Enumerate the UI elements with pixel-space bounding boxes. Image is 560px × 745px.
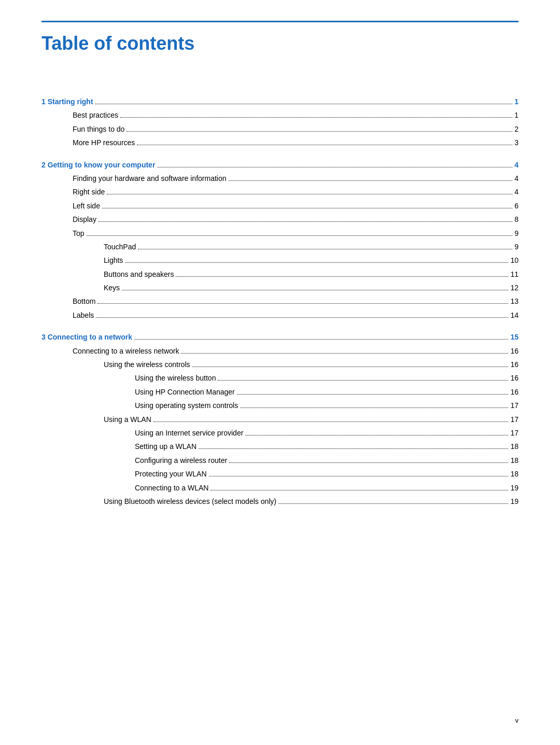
- toc-page-ch2-4: 8: [514, 214, 519, 225]
- toc-page-ch2-1: 4: [514, 173, 519, 184]
- toc-entry-ch2-1[interactable]: Finding your hardware and software infor…: [41, 173, 519, 184]
- toc-dots-ch3-1: [181, 353, 508, 354]
- toc-text-ch2-1: Finding your hardware and software infor…: [73, 173, 227, 184]
- toc-page-ch3-1-2-1: 17: [510, 427, 519, 439]
- toc-page-ch3-1-2-3: 18: [510, 455, 519, 466]
- toc-entry-ch1-1[interactable]: Best practices1: [41, 109, 519, 121]
- toc-page-ch3-1-2-4: 18: [510, 468, 519, 480]
- toc-text-ch2-2: Right side: [73, 186, 105, 198]
- toc-entry-ch3-1-2-1[interactable]: Using an Internet service provider17: [41, 427, 519, 439]
- toc-dots-ch1-2: [127, 131, 512, 132]
- toc-entry-ch3-1-1-3[interactable]: Using operating system controls17: [41, 400, 519, 411]
- toc-dots-ch2-6: [97, 303, 508, 304]
- toc-entry-ch1[interactable]: 1 Starting right1: [41, 96, 519, 107]
- toc-entry-ch1-3[interactable]: More HP resources3: [41, 137, 519, 148]
- toc-text-ch3-1-3: Using Bluetooth wireless devices (select…: [104, 496, 276, 507]
- toc-page-ch3: 15: [510, 331, 519, 343]
- toc-text-ch2-5-2: Lights: [104, 255, 123, 266]
- toc-text-ch3-1-2-1: Using an Internet service provider: [135, 427, 243, 439]
- toc-text-ch3-1-2-3: Configuring a wireless router: [135, 455, 227, 466]
- toc-dots-ch3-1-1-3: [240, 407, 508, 408]
- page-title: Table of contents: [41, 27, 519, 54]
- page-footer: v: [515, 716, 519, 724]
- toc-entry-ch3[interactable]: 3 Connecting to a network15: [41, 331, 519, 343]
- toc-text-ch3-1-1-2: Using HP Connection Manager: [135, 386, 235, 398]
- toc-entry-ch3-1-1[interactable]: Using the wireless controls16: [41, 359, 519, 370]
- toc-dots-ch2-1: [229, 180, 513, 181]
- toc-dots-ch2: [157, 167, 512, 167]
- toc-dots-ch3-1-2-4: [209, 476, 509, 476]
- toc-dots-ch1: [95, 104, 513, 104]
- toc-entry-ch2-5-3[interactable]: Buttons and speakers11: [41, 269, 519, 280]
- toc-page-ch1-2: 2: [514, 123, 519, 135]
- toc-entry-ch2[interactable]: 2 Getting to know your computer4: [41, 159, 519, 171]
- toc-entry-ch3-1-2-2[interactable]: Setting up a WLAN18: [41, 441, 519, 452]
- top-border: [41, 21, 519, 22]
- toc-dots-ch3-1-1: [192, 367, 509, 367]
- toc-entry-ch2-5[interactable]: Top9: [41, 228, 519, 239]
- toc-entry-ch3-1-1-1[interactable]: Using the wireless button16: [41, 372, 519, 384]
- toc-entry-ch1-2[interactable]: Fun things to do2: [41, 123, 519, 135]
- toc-text-ch3: 3 Connecting to a network: [41, 331, 132, 343]
- toc-dots-ch1-3: [137, 145, 512, 145]
- toc-text-ch2-7: Labels: [73, 310, 94, 321]
- toc-entry-ch2-5-4[interactable]: Keys12: [41, 282, 519, 293]
- toc-entry-ch3-1-2-4[interactable]: Protecting your WLAN18: [41, 468, 519, 480]
- toc-entry-ch2-5-2[interactable]: Lights10: [41, 255, 519, 266]
- toc-dots-ch3-1-2-5: [211, 490, 508, 490]
- toc-page-ch1: 1: [514, 96, 519, 107]
- toc-text-ch1-2: Fun things to do: [73, 123, 124, 135]
- toc-dots-ch3: [134, 339, 508, 340]
- toc-dots-ch2-3: [102, 208, 512, 208]
- toc-text-ch3-1-2-2: Setting up a WLAN: [135, 441, 197, 452]
- toc-page-ch2-6: 13: [510, 296, 519, 307]
- toc-text-ch2-4: Display: [73, 214, 96, 225]
- toc-entry-ch2-2[interactable]: Right side4: [41, 186, 519, 198]
- toc-text-ch2-6: Bottom: [73, 296, 95, 307]
- toc-entry-ch2-5-1[interactable]: TouchPad9: [41, 241, 519, 252]
- toc-page-ch2-5-2: 10: [510, 255, 519, 266]
- toc-entry-ch3-1-2-3[interactable]: Configuring a wireless router18: [41, 455, 519, 466]
- toc-dots-ch3-1-2-1: [245, 435, 508, 435]
- toc-text-ch2-3: Left side: [73, 200, 100, 212]
- toc-page-ch2-5-1: 9: [514, 241, 519, 252]
- toc-dots-ch2-2: [107, 194, 512, 194]
- toc-page-ch3-1-1: 16: [510, 359, 519, 370]
- toc-entry-ch2-7[interactable]: Labels14: [41, 310, 519, 321]
- toc-dots-ch2-5-3: [176, 276, 508, 277]
- toc-dots-ch1-1: [120, 117, 512, 118]
- toc-entry-ch2-6[interactable]: Bottom13: [41, 296, 519, 307]
- toc-text-ch2: 2 Getting to know your computer: [41, 159, 155, 171]
- toc-text-ch3-1-2-5: Connecting to a WLAN: [135, 482, 208, 494]
- toc-page-ch2-7: 14: [510, 310, 519, 321]
- toc-text-ch2-5-4: Keys: [104, 282, 120, 293]
- toc-page-ch2-3: 6: [514, 200, 519, 212]
- toc-dots-ch3-1-3: [278, 503, 508, 504]
- toc-dots-ch3-1-2-3: [229, 462, 508, 463]
- toc-entry-ch2-3[interactable]: Left side6: [41, 200, 519, 212]
- toc-page-ch3-1-2-5: 19: [510, 482, 519, 494]
- toc-text-ch2-5-1: TouchPad: [104, 241, 136, 252]
- toc-text-ch1-1: Best practices: [73, 109, 118, 121]
- toc-text-ch1-3: More HP resources: [73, 137, 135, 148]
- toc-entry-ch3-1-1-2[interactable]: Using HP Connection Manager16: [41, 386, 519, 398]
- toc-page-ch3-1-2: 17: [510, 414, 519, 425]
- toc-page-ch1-3: 3: [514, 137, 519, 148]
- toc-page-ch3-1-3: 19: [510, 496, 519, 507]
- toc-text-ch3-1-1-3: Using operating system controls: [135, 400, 238, 411]
- toc-dots-ch2-5-1: [138, 249, 512, 249]
- toc-entry-ch3-1-2-5[interactable]: Connecting to a WLAN19: [41, 482, 519, 494]
- toc-text-ch2-5: Top: [73, 228, 85, 239]
- toc-entry-ch3-1[interactable]: Connecting to a wireless network16: [41, 345, 519, 357]
- toc-page-ch2-5-4: 12: [510, 282, 519, 293]
- toc-text-ch3-1: Connecting to a wireless network: [73, 345, 179, 357]
- toc-page-ch3-1: 16: [510, 345, 519, 357]
- toc-entry-ch2-4[interactable]: Display8: [41, 214, 519, 225]
- toc-text-ch3-1-2: Using a WLAN: [104, 414, 151, 425]
- toc-container: 1 Starting right1Best practices1Fun thin…: [41, 96, 519, 507]
- toc-entry-ch3-1-2[interactable]: Using a WLAN17: [41, 414, 519, 425]
- toc-text-ch3-1-1: Using the wireless controls: [104, 359, 190, 370]
- toc-dots-ch3-1-2: [153, 421, 509, 422]
- toc-entry-ch3-1-3[interactable]: Using Bluetooth wireless devices (select…: [41, 496, 519, 507]
- toc-dots-ch3-1-2-2: [199, 448, 508, 449]
